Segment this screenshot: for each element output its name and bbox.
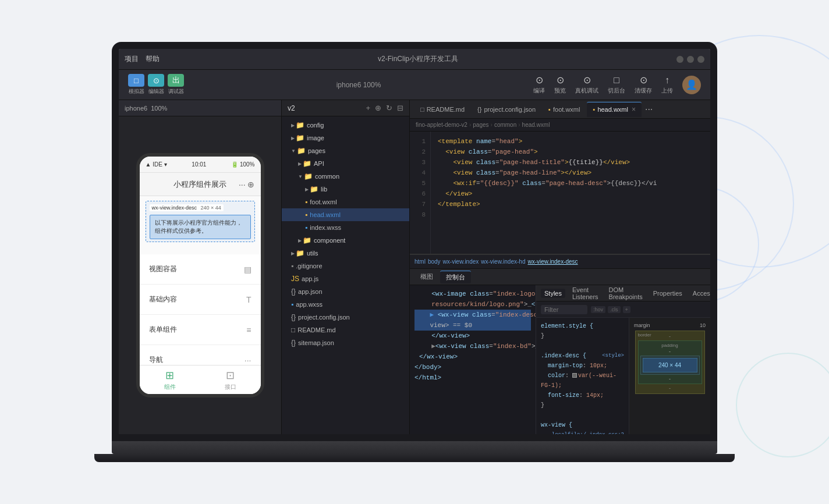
- tab-readme[interactable]: □ README.md: [414, 102, 470, 117]
- tree-item-index-wxss[interactable]: ▪ index.wxss: [282, 221, 409, 234]
- file-tree-action-refresh[interactable]: ↻: [386, 104, 392, 112]
- folder-name: lib: [321, 186, 327, 193]
- styles-tab-events[interactable]: Event Listeners: [569, 285, 602, 301]
- simulator-button[interactable]: □ 模拟器: [128, 74, 144, 95]
- devtools-tab-diagram[interactable]: 概图: [414, 271, 439, 283]
- debugger-button[interactable]: 出 调试器: [168, 74, 184, 95]
- compile-button[interactable]: ⊙ 编译: [533, 74, 545, 95]
- styles-tab-styles[interactable]: Styles: [541, 289, 565, 298]
- menu-item-help[interactable]: 帮助: [146, 54, 160, 64]
- rule-prop-1: margin-top: 10px;: [541, 363, 607, 369]
- list-item[interactable]: 导航 ···: [140, 345, 261, 365]
- folder-icon: 📁: [296, 134, 304, 142]
- file-tree-action-collapse[interactable]: ⊟: [397, 104, 403, 112]
- tree-item-component[interactable]: ▶ 📁 component: [282, 234, 409, 247]
- filter-input[interactable]: [541, 305, 587, 314]
- file-name: foot.wxml: [310, 198, 336, 205]
- html-view[interactable]: <wx-image class="index-logo" src="../res…: [410, 285, 536, 434]
- background-button[interactable]: □ 切后台: [608, 75, 625, 95]
- devtools-panel-tabs: 概图 控制台: [410, 269, 710, 285]
- file-icon-json: {}: [291, 288, 296, 296]
- tree-item-api[interactable]: ▶ 📁 API: [282, 157, 409, 170]
- box-border: padding - 240 × 44 -: [638, 340, 702, 384]
- avatar[interactable]: 👤: [682, 76, 701, 94]
- chevron-icon: ▶: [291, 136, 295, 141]
- bg-circle-4: [736, 353, 829, 457]
- breadcrumb-part-4[interactable]: head.wxml: [522, 122, 550, 128]
- ide: 项目 帮助 v2-FinClip小程序开发工具 □ 模拟器: [119, 49, 710, 434]
- tab-more-button[interactable]: ···: [645, 104, 653, 115]
- upload-button[interactable]: ↑ 上传: [661, 75, 673, 95]
- minimize-button[interactable]: [676, 56, 683, 63]
- tab-components[interactable]: ⊞ 组件: [140, 365, 200, 394]
- tab-foot-wxml[interactable]: ▪ foot.wxml: [543, 102, 586, 117]
- tree-item-pages[interactable]: ▼ 📁 pages: [282, 144, 409, 157]
- tab-api[interactable]: ⊡ 接口: [200, 365, 261, 394]
- tree-item-project-config[interactable]: {} project.config.json: [282, 311, 409, 324]
- tab-head-wxml[interactable]: ▪ head.wxml ×: [587, 102, 642, 117]
- preview-button[interactable]: ⊙ 预览: [554, 74, 566, 95]
- menu-item-project[interactable]: 项目: [125, 54, 139, 64]
- file-name: app.json: [298, 288, 323, 295]
- maximize-button[interactable]: [687, 56, 694, 63]
- tree-item-sitemap[interactable]: {} sitemap.json: [282, 336, 409, 349]
- nav-dots[interactable]: ··· ⊕: [239, 180, 255, 189]
- tree-item-head-wxml[interactable]: ▪ head.wxml: [282, 208, 409, 221]
- selected-text: 以下将展示小程序官方组件能力，组件样式仅供参考。: [155, 219, 242, 234]
- styles-tab-access[interactable]: Accessibility: [689, 289, 710, 298]
- elem-tag-body[interactable]: body: [428, 258, 441, 265]
- folder-name: config: [307, 122, 324, 129]
- styles-rules: element.style { } .index-desc { <style>: [536, 318, 629, 434]
- filter-add[interactable]: +: [623, 306, 630, 313]
- tree-item-foot-wxml[interactable]: ▪ foot.wxml: [282, 196, 409, 208]
- list-item[interactable]: 基础内容 T: [140, 285, 261, 315]
- tree-item-gitignore[interactable]: ▪ .gitignore: [282, 260, 409, 272]
- filter-cls[interactable]: .cls: [608, 306, 621, 313]
- breadcrumb-part-3[interactable]: common: [494, 122, 516, 128]
- file-name: project.config.json: [298, 314, 350, 321]
- laptop-container: 项目 帮助 v2-FinClip小程序开发工具 □ 模拟器: [112, 42, 717, 462]
- editor-button[interactable]: ⊙ 编辑器: [148, 74, 164, 95]
- line-num-5: 5: [410, 178, 426, 189]
- code-content[interactable]: <template name="head"> <view class="page…: [431, 132, 710, 254]
- breadcrumb-part-2[interactable]: pages: [473, 122, 488, 128]
- tab-project-config[interactable]: {} project.config.json: [472, 102, 541, 117]
- tree-item-readme[interactable]: □ README.md: [282, 324, 409, 336]
- tree-item-lib[interactable]: ▶ 📁 lib: [282, 183, 409, 196]
- folder-icon: 📁: [296, 121, 304, 129]
- elem-tag-wx-view-index[interactable]: wx-view.index: [443, 258, 479, 265]
- rule-source-2[interactable]: <style>: [602, 351, 624, 361]
- file-tree-action-folder[interactable]: ⊕: [375, 104, 381, 112]
- tree-item-config[interactable]: ▶ 📁 config: [282, 119, 409, 132]
- devtools-tab-html[interactable]: 控制台: [440, 271, 471, 283]
- tree-item-app-json[interactable]: {} app.json: [282, 285, 409, 298]
- close-button[interactable]: [697, 56, 704, 63]
- folder-name: pages: [308, 147, 325, 154]
- toolbar: □ 模拟器 ⊙ 编辑器 出 调试器 iphone6 100% ⊙: [119, 70, 710, 100]
- list-icon-1: ▤: [244, 265, 251, 274]
- filter-hov[interactable]: :hov: [591, 306, 605, 313]
- phone-body: wx-view.index-desc 240 × 44 以下将展示小程序官方组件…: [140, 196, 261, 365]
- breadcrumb-part-1[interactable]: fino-applet-demo-v2: [416, 122, 467, 128]
- tab-close-head[interactable]: ×: [632, 105, 636, 113]
- elem-tag-wx-view-index-desc[interactable]: wx-view.index-desc: [527, 258, 578, 265]
- folder-icon: 📁: [304, 172, 313, 180]
- rule-source-3[interactable]: localfile:/_index.css:2: [552, 430, 624, 434]
- code-line-3: <view class="page-head-title">{{title}}<…: [438, 157, 703, 168]
- list-item[interactable]: 表单组件 ≡: [140, 315, 261, 345]
- styles-tab-dom[interactable]: DOM Breakpoints: [605, 285, 646, 301]
- elem-tag-wx-view-index-hd[interactable]: wx-view.index-hd: [481, 258, 525, 265]
- box-outer: border - padding - 240 × 44: [635, 331, 705, 394]
- clear-cache-button[interactable]: ⊙ 清缓存: [635, 74, 652, 95]
- tree-item-app-wxss[interactable]: ▪ app.wxss: [282, 298, 409, 311]
- tree-item-common[interactable]: ▼ 📁 common: [282, 170, 409, 183]
- folder-icon: 📁: [296, 249, 304, 257]
- list-item[interactable]: 视图容器 ▤: [140, 254, 261, 285]
- elem-tag-html[interactable]: html: [414, 258, 426, 265]
- tree-item-utils[interactable]: ▶ 📁 utils: [282, 247, 409, 260]
- tree-item-image[interactable]: ▶ 📁 image: [282, 132, 409, 144]
- tree-item-app-js[interactable]: JS app.js: [282, 272, 409, 285]
- styles-tab-props[interactable]: Properties: [650, 289, 686, 298]
- real-debug-button[interactable]: ⊙ 真机调试: [575, 74, 598, 95]
- file-tree-action-new[interactable]: +: [366, 104, 370, 112]
